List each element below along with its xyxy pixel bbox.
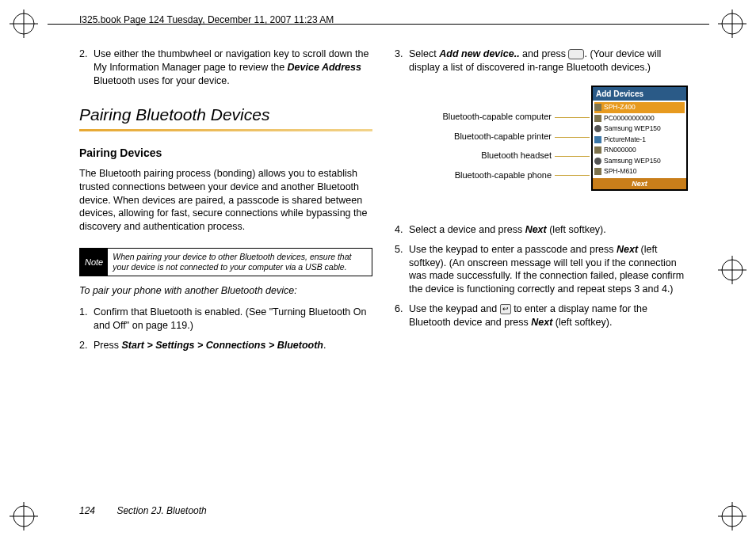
left-column: 2. Use either the thumbwheel or navigati… xyxy=(79,48,372,507)
phone-icon xyxy=(594,146,601,154)
step-number: 2. xyxy=(79,339,94,352)
label-printer: Bluetooth-capable printer xyxy=(395,131,552,143)
step-5: 5. Use the keypad to enter a passcode an… xyxy=(395,243,688,297)
printer-icon xyxy=(594,136,601,143)
page-number: 124 xyxy=(79,505,95,516)
right-column: 3. Select Add new device.. and press . (… xyxy=(395,48,688,507)
step-text: Use either the thumbwheel or navigation … xyxy=(94,48,372,88)
step-number: 3. xyxy=(395,48,409,74)
page-footer: 124 Section 2J. Bluetooth xyxy=(79,505,207,516)
ok-key-icon xyxy=(568,49,584,59)
phone-icon xyxy=(594,104,601,111)
crop-mark-bottom-right xyxy=(718,502,746,530)
note-label: Note xyxy=(80,249,108,276)
instruction-heading: To pair your phone with another Bluetoot… xyxy=(79,284,372,298)
device-item: SPH-Z400 xyxy=(594,102,685,112)
step-number: 5. xyxy=(395,243,409,297)
page-body: 2. Use either the thumbwheel or navigati… xyxy=(79,48,688,507)
device-item: PictureMate-1 xyxy=(594,135,685,145)
step-text: Select a device and press Next (left sof… xyxy=(409,223,606,237)
device-item: RN000000 xyxy=(594,145,685,155)
step-text: Press Start > Settings > Connections > B… xyxy=(94,339,326,352)
step-text: Use the keypad and to enter a display na… xyxy=(409,302,688,329)
menu-path: Start > Settings > Connections > Bluetoo… xyxy=(121,340,323,351)
step-text: Select Add new device.. and press . (You… xyxy=(409,48,688,74)
note-text: When pairing your device to other Blueto… xyxy=(108,249,372,276)
device-item: Samsung WEP150 xyxy=(594,156,685,166)
device-item: SPH-M610 xyxy=(594,166,685,177)
step-number: 1. xyxy=(79,306,94,333)
crop-mark-bottom-left xyxy=(10,502,38,530)
computer-icon xyxy=(594,115,601,122)
enter-key-icon xyxy=(500,304,511,314)
leader-line xyxy=(555,156,590,157)
leader-line xyxy=(555,137,590,138)
step-number: 4. xyxy=(395,223,409,237)
next-softkey-label: Next xyxy=(525,224,547,235)
next-softkey-label: Next xyxy=(617,244,638,255)
step-text: Use the keypad to enter a passcode and p… xyxy=(409,243,688,297)
section-rule xyxy=(79,129,372,131)
step-text: Confirm that Bluetooth is enabled. (See … xyxy=(94,306,372,333)
next-softkey-label: Next xyxy=(531,317,552,328)
subsection-heading: Pairing Devices xyxy=(79,146,372,161)
crop-mark-top-right xyxy=(718,10,746,38)
section-name: Section 2J. Bluetooth xyxy=(116,505,206,516)
phone-icon xyxy=(594,168,601,175)
crop-mark-middle-right xyxy=(718,256,746,284)
device-title: Add Devices xyxy=(593,87,686,101)
device-list: SPH-Z400 PC00000000000 Samsung WEP150 Pi… xyxy=(593,101,686,177)
device-next-softkey: Next xyxy=(593,178,686,189)
step-6: 6. Use the keypad and to enter a display… xyxy=(395,302,688,329)
page-header: I325.book Page 124 Tuesday, December 11,… xyxy=(79,14,334,25)
headset-icon xyxy=(594,158,601,165)
device-item: Samsung WEP150 xyxy=(594,124,685,134)
headset-icon xyxy=(594,125,601,132)
prev-step-2: 2. Use either the thumbwheel or navigati… xyxy=(79,48,372,88)
note-box: Note When pairing your device to other B… xyxy=(79,248,372,276)
label-headset: Bluetooth headset xyxy=(395,150,552,162)
step-3: 3. Select Add new device.. and press . (… xyxy=(395,48,688,74)
leader-line xyxy=(555,117,590,118)
device-screenshot: Add Devices SPH-Z400 PC00000000000 Samsu… xyxy=(591,86,688,191)
section-heading: Pairing Bluetooth Devices xyxy=(79,104,372,126)
para-pairing-desc: The Bluetooth pairing process (bonding) … xyxy=(79,167,372,234)
callout-labels: Bluetooth-capable computer Bluetooth-cap… xyxy=(395,111,552,189)
add-new-device-label: Add new device.. xyxy=(439,48,519,59)
device-item: PC00000000000 xyxy=(594,113,685,124)
step-1: 1. Confirm that Bluetooth is enabled. (S… xyxy=(79,306,372,333)
step-2: 2. Press Start > Settings > Connections … xyxy=(79,339,372,352)
label-computer: Bluetooth-capable computer xyxy=(395,111,552,123)
step-number: 2. xyxy=(79,48,94,88)
step-number: 6. xyxy=(395,302,409,329)
device-address-label: Device Address xyxy=(288,62,361,73)
label-phone: Bluetooth-capable phone xyxy=(395,169,552,181)
crop-mark-top-left xyxy=(10,10,38,38)
leader-line xyxy=(555,175,590,176)
step-4: 4. Select a device and press Next (left … xyxy=(395,223,688,237)
add-devices-figure: Bluetooth-capable computer Bluetooth-cap… xyxy=(395,86,688,212)
